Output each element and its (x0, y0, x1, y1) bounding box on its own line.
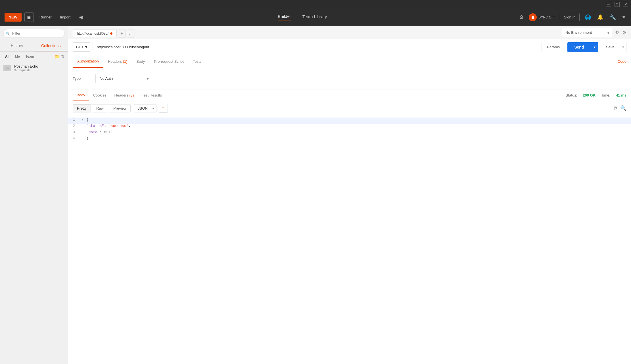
environment-select-wrapper: No Environment (561, 28, 612, 37)
url-input[interactable] (93, 42, 540, 52)
sign-in-button[interactable]: Sign In (560, 13, 580, 21)
collection-info: Postman Echo 37 requests (14, 64, 64, 72)
sidebar-tab-history[interactable]: History (0, 41, 34, 51)
settings-icon-button[interactable]: ⚙ (518, 13, 525, 22)
sidebar-tab-collections[interactable]: Collections (34, 41, 68, 51)
environment-settings-button[interactable]: ⚙ (622, 30, 626, 36)
json-format-select[interactable]: JSON (134, 104, 156, 112)
request-tabs: Authorization Headers (1) Body Pre-reque… (68, 55, 631, 68)
auth-type-select-wrapper: No Auth (95, 74, 152, 83)
copy-button[interactable]: ⧉ (614, 105, 617, 111)
search-wrapper (3, 29, 64, 38)
params-button[interactable]: Params (542, 42, 565, 52)
tab-pre-request-script[interactable]: Pre-request Script (149, 55, 188, 68)
json-format-select-wrapper: JSON (134, 104, 156, 112)
tab-url-label: http://localhost:8080/ (77, 32, 108, 35)
main-layout: History Collections All Me Team 📁 ⇅ ▭ Po… (0, 26, 631, 364)
response-area: Body Cookies Headers (3) Test Results St… (68, 89, 631, 364)
auth-section: Type No Auth (68, 68, 631, 89)
resp-tab-body[interactable]: Body (73, 89, 89, 101)
code-line-4: 4 } (68, 136, 631, 143)
sidebar-tabs: History Collections (0, 41, 68, 52)
json-value-null: null (104, 130, 113, 134)
type-label: Type (73, 76, 90, 81)
tab-body[interactable]: Body (132, 55, 150, 68)
response-format-row: Pretty Raw Preview JSON ≡ ⧉ 🔍 (68, 101, 631, 115)
sync-icon: ⏺ (529, 13, 537, 21)
resp-status: Status: 200 OK Time: 41 ms (566, 93, 626, 97)
more-tabs-button[interactable]: ... (127, 30, 135, 37)
filter-all[interactable]: All (3, 54, 11, 59)
add-tab-button[interactable]: + (118, 30, 126, 37)
tab-item[interactable]: http://localhost:8080/ (73, 30, 117, 37)
plus-icon: ⊕ (79, 14, 84, 20)
environment-eye-button[interactable]: 👁 (615, 30, 620, 35)
close-button[interactable]: ✕ (623, 2, 628, 7)
runner-button[interactable]: Runner (37, 13, 55, 21)
tab-bar: http://localhost:8080/ + ... (73, 28, 135, 39)
json-key-status: "status" (86, 124, 104, 128)
method-select[interactable]: GET ▾ (73, 42, 90, 52)
heart-icon-button[interactable]: ♥ (621, 13, 626, 21)
tab-headers[interactable]: Headers (1) (103, 55, 132, 68)
search-input[interactable] (3, 29, 64, 38)
sort-button[interactable]: ⇅ (61, 54, 64, 59)
wrap-button[interactable]: ≡ (159, 104, 168, 113)
save-button[interactable]: Save (601, 42, 620, 52)
type-row: Type No Auth (73, 74, 626, 83)
wrench-icon-button[interactable]: 🔧 (609, 13, 617, 22)
minimize-button[interactable]: — (606, 2, 611, 7)
request-row: GET ▾ Params Send ▾ Save ▾ (68, 39, 631, 55)
pretty-button[interactable]: Pretty (73, 104, 91, 112)
team-library-nav-link[interactable]: Team Library (302, 14, 327, 20)
send-button[interactable]: Send (567, 42, 591, 52)
tab-tests[interactable]: Tests (188, 55, 206, 68)
toolbar: NEW ▣ Runner Import ⊕ Builder Team Libra… (0, 9, 631, 26)
filter-me[interactable]: Me (13, 54, 22, 59)
bell-icon-button[interactable]: 🔔 (596, 13, 605, 22)
filter-team[interactable]: Team (24, 54, 35, 59)
raw-button[interactable]: Raw (92, 104, 108, 112)
collection-item[interactable]: ▭ Postman Echo 37 requests (0, 61, 68, 75)
resp-actions: ⧉ 🔍 (614, 105, 626, 111)
sync-button[interactable]: ⏺ SYNC OFF (529, 13, 556, 21)
time-value: 41 ms (616, 93, 626, 97)
resp-tab-cookies[interactable]: Cookies (89, 90, 110, 101)
collection-name: Postman Echo (14, 64, 64, 68)
content: http://localhost:8080/ + ... No Environm… (68, 26, 631, 364)
sidebar: History Collections All Me Team 📁 ⇅ ▭ Po… (0, 26, 68, 364)
new-tab-button[interactable]: ⊕ (76, 12, 87, 22)
search-bar (0, 26, 68, 41)
builder-nav-link[interactable]: Builder (278, 14, 291, 20)
code-line-3: 3 "data": null (68, 130, 631, 136)
code-link[interactable]: Code (618, 59, 626, 64)
auth-type-select[interactable]: No Auth (95, 74, 152, 83)
new-collection-button[interactable]: 📁 (55, 54, 59, 59)
new-button[interactable]: NEW (5, 13, 22, 22)
preview-button[interactable]: Preview (109, 104, 131, 112)
tab-modified-dot (110, 32, 112, 35)
save-dropdown-button[interactable]: ▾ (620, 42, 626, 52)
collection-count: 37 requests (14, 68, 64, 72)
sidebar-icon: ▣ (27, 15, 31, 20)
code-area: 1 ▾ { 2 "status": "success", 3 (68, 115, 631, 364)
response-tabs-row: Body Cookies Headers (3) Test Results St… (68, 89, 631, 101)
maximize-button[interactable]: □ (615, 2, 620, 7)
search-response-button[interactable]: 🔍 (620, 105, 626, 111)
save-btn-group: Save ▾ (601, 42, 626, 52)
resp-tab-test-results[interactable]: Test Results (138, 90, 166, 101)
resp-tab-headers[interactable]: Headers (3) (110, 90, 138, 101)
status-label: Status: (566, 93, 577, 97)
send-btn-group: Send ▾ (567, 42, 598, 52)
globe-icon-button[interactable]: 🌐 (584, 13, 592, 22)
code-line-1: 1 ▾ { (68, 118, 631, 124)
environment-select[interactable]: No Environment (561, 28, 612, 37)
import-button[interactable]: Import (57, 13, 73, 21)
titlebar: — □ ✕ (0, 0, 631, 9)
sidebar-toggle-button[interactable]: ▣ (24, 12, 34, 22)
method-chevron-icon: ▾ (85, 45, 87, 49)
sidebar-filter-row: All Me Team 📁 ⇅ (0, 52, 68, 61)
tab-authorization[interactable]: Authorization (73, 55, 103, 68)
send-dropdown-button[interactable]: ▾ (591, 42, 598, 52)
method-label: GET (76, 45, 83, 49)
